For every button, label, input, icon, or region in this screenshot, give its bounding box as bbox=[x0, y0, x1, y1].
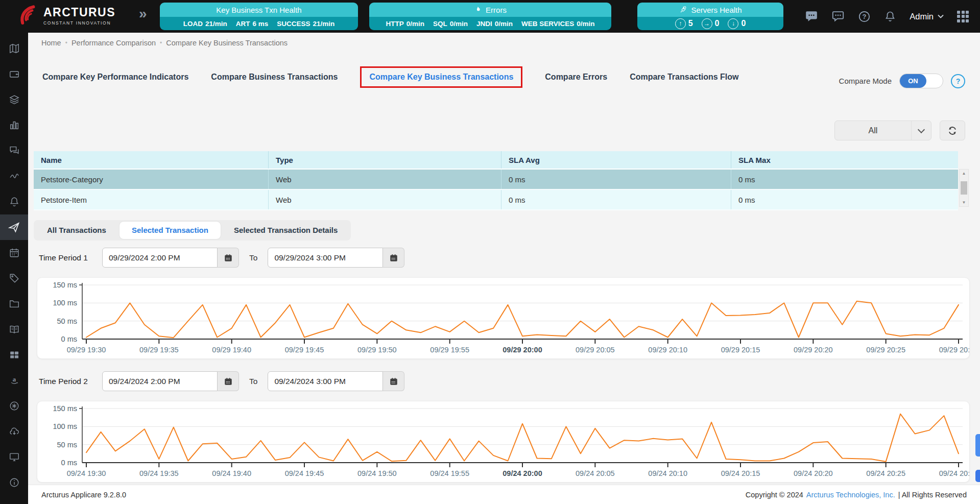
sidebar-item-wallet[interactable] bbox=[0, 61, 28, 87]
scroll-up-icon[interactable]: ▲ bbox=[962, 171, 966, 176]
help-icon[interactable]: ? bbox=[858, 10, 871, 23]
applicare-app: ARCTURUS CONSTANT INNOVATION » Key Busin… bbox=[0, 0, 980, 504]
apps-grid-icon[interactable] bbox=[957, 11, 969, 22]
trend-line-icon bbox=[9, 171, 20, 182]
time-period-2-from-input[interactable] bbox=[102, 371, 218, 391]
table-row[interactable]: Petstore-Item Web 0 ms 0 ms bbox=[34, 190, 958, 210]
send-icon bbox=[8, 222, 20, 233]
svg-text:09/29 19:55: 09/29 19:55 bbox=[430, 346, 469, 354]
tab-compare-errors[interactable]: Compare Errors bbox=[545, 73, 607, 82]
sidebar-item-folder[interactable] bbox=[0, 291, 28, 317]
sidebar-item-info[interactable] bbox=[0, 470, 28, 495]
sidebar-item-amazon[interactable]: a bbox=[0, 368, 28, 393]
refresh-button[interactable] bbox=[940, 121, 965, 140]
cloud-download-icon bbox=[9, 426, 20, 437]
wallet-icon bbox=[9, 68, 20, 80]
scrollbar-thumb[interactable] bbox=[961, 181, 967, 195]
svg-text:09/24 20:05: 09/24 20:05 bbox=[576, 469, 615, 477]
svg-text:100 ms: 100 ms bbox=[53, 299, 77, 307]
active-tab-highlight-box: Compare Key Business Transactions bbox=[360, 66, 522, 88]
time-period-1-from-input[interactable] bbox=[102, 248, 218, 268]
svg-text:?: ? bbox=[863, 12, 867, 20]
sidebar-item-docs[interactable] bbox=[0, 317, 28, 342]
sidebar-item-monitor[interactable] bbox=[0, 444, 28, 470]
tab-selected-transaction-details[interactable]: Selected Transaction Details bbox=[222, 222, 350, 239]
tab-compare-transactions-flow[interactable]: Compare Transactions Flow bbox=[630, 73, 738, 82]
sidebar-item-tags[interactable] bbox=[0, 266, 28, 291]
table-scrollbar[interactable]: ▲ ▼ bbox=[959, 169, 969, 207]
tab-compare-key-business-transactions[interactable]: Compare Key Business Transactions bbox=[369, 73, 513, 81]
svg-text:150 ms: 150 ms bbox=[53, 281, 77, 289]
svg-text:0 ms: 0 ms bbox=[61, 459, 77, 467]
sidebar-item-layers[interactable] bbox=[0, 87, 28, 112]
calendar-button[interactable] bbox=[383, 371, 404, 391]
breadcrumb-performance-comparison[interactable]: Performance Comparison bbox=[71, 39, 156, 47]
column-header-sla-avg[interactable]: SLA Avg bbox=[501, 151, 731, 169]
compare-help-icon[interactable]: ? bbox=[951, 74, 965, 88]
time-period-2-to-input[interactable] bbox=[268, 371, 383, 391]
to-label: To bbox=[249, 377, 257, 386]
sidebar-item-dashboard[interactable] bbox=[0, 342, 28, 368]
time-period-1-label: Time Period 1 bbox=[39, 253, 102, 262]
sidebar-item-map[interactable] bbox=[0, 36, 28, 61]
company-link[interactable]: Arcturus Technologies, Inc. bbox=[806, 491, 895, 499]
sidebar-item-transactions[interactable] bbox=[0, 214, 28, 240]
compare-mode-toggle[interactable]: ON bbox=[899, 74, 943, 88]
calendar-icon bbox=[9, 247, 20, 258]
refresh-icon bbox=[947, 125, 958, 136]
main-content: Home • Performance Comparison • Compare … bbox=[28, 33, 980, 504]
circle-arrow-right-icon: → bbox=[702, 18, 712, 29]
time-period-1-to-input[interactable] bbox=[268, 248, 383, 268]
circle-arrow-down-icon: ↓ bbox=[728, 18, 738, 29]
svg-text:09/29 19:50: 09/29 19:50 bbox=[357, 346, 397, 354]
user-menu[interactable]: Admin bbox=[910, 12, 944, 21]
floating-widget-edge[interactable] bbox=[975, 470, 980, 482]
calendar-icon bbox=[224, 377, 233, 386]
arcturus-swirl-icon bbox=[16, 5, 39, 27]
svg-text:09/29 20:15: 09/29 20:15 bbox=[721, 346, 760, 354]
tab-all-transactions[interactable]: All Transactions bbox=[35, 222, 118, 239]
breadcrumb: Home • Performance Comparison • Compare … bbox=[41, 39, 288, 47]
panel-stats: HTTP0/min SQL0/min JNDI0/min WEB SERVICE… bbox=[369, 17, 611, 30]
column-header-type[interactable]: Type bbox=[269, 151, 501, 169]
circle-arrow-up-icon: ↑ bbox=[675, 18, 686, 29]
sidebar-item-services[interactable] bbox=[0, 393, 28, 419]
chat-outline-icon[interactable] bbox=[831, 10, 845, 23]
svg-text:09/29 20:05: 09/29 20:05 bbox=[576, 346, 615, 354]
sidebar-item-bar-chart[interactable] bbox=[0, 112, 28, 138]
sidebar-item-schedule[interactable] bbox=[0, 240, 28, 266]
tag-icon bbox=[9, 273, 20, 284]
sidebar-item-alerts[interactable] bbox=[0, 189, 28, 214]
transaction-filter-select[interactable]: All bbox=[834, 121, 931, 140]
calendar-button[interactable] bbox=[218, 248, 239, 268]
svg-text:09/29 19:40: 09/29 19:40 bbox=[212, 346, 251, 354]
calendar-icon bbox=[389, 253, 398, 262]
column-header-name[interactable]: Name bbox=[34, 151, 269, 169]
calendar-button[interactable] bbox=[218, 371, 239, 391]
tab-selected-transaction[interactable]: Selected Transaction bbox=[119, 222, 221, 239]
tab-compare-business-transactions[interactable]: Compare Business Transactions bbox=[211, 73, 338, 82]
bell-icon[interactable] bbox=[884, 10, 896, 22]
scroll-down-icon[interactable]: ▼ bbox=[962, 200, 966, 205]
table-header-row: Name Type SLA Avg SLA Max bbox=[34, 151, 958, 170]
time-period-2-chart-card: 0 ms50 ms100 ms150 ms09/24 19:3009/24 19… bbox=[37, 401, 970, 483]
copyright-text: Copyright © 2024 bbox=[746, 491, 803, 499]
calendar-button[interactable] bbox=[383, 248, 404, 268]
time-period-1-row: Time Period 1 To bbox=[39, 248, 415, 268]
time-period-1-chart-card: 0 ms50 ms100 ms150 ms09/29 19:3009/29 19… bbox=[37, 277, 970, 359]
sidebar-item-cloud-download[interactable] bbox=[0, 419, 28, 444]
svg-text:09/24 20:20: 09/24 20:20 bbox=[794, 469, 833, 477]
sidebar-item-comments[interactable] bbox=[0, 138, 28, 163]
chat-filled-icon[interactable] bbox=[805, 10, 818, 23]
svg-text:09/29 19:35: 09/29 19:35 bbox=[139, 346, 179, 354]
breadcrumb-home[interactable]: Home bbox=[41, 39, 61, 47]
column-header-sla-max[interactable]: SLA Max bbox=[731, 151, 958, 169]
floating-widget-edge[interactable] bbox=[975, 434, 980, 457]
table-row[interactable]: Petstore-Category Web 0 ms 0 ms bbox=[34, 170, 958, 190]
sidebar-collapse-icon[interactable]: » bbox=[139, 6, 147, 22]
bar-chart-icon bbox=[9, 119, 20, 131]
sidebar-item-trend[interactable] bbox=[0, 163, 28, 189]
asterisk-circle-icon bbox=[9, 400, 20, 412]
tab-compare-key-performance-indicators[interactable]: Compare Key Performance Indicators bbox=[42, 73, 188, 82]
response-time-chart-period-2: 0 ms50 ms100 ms150 ms09/24 19:3009/24 19… bbox=[37, 401, 969, 482]
